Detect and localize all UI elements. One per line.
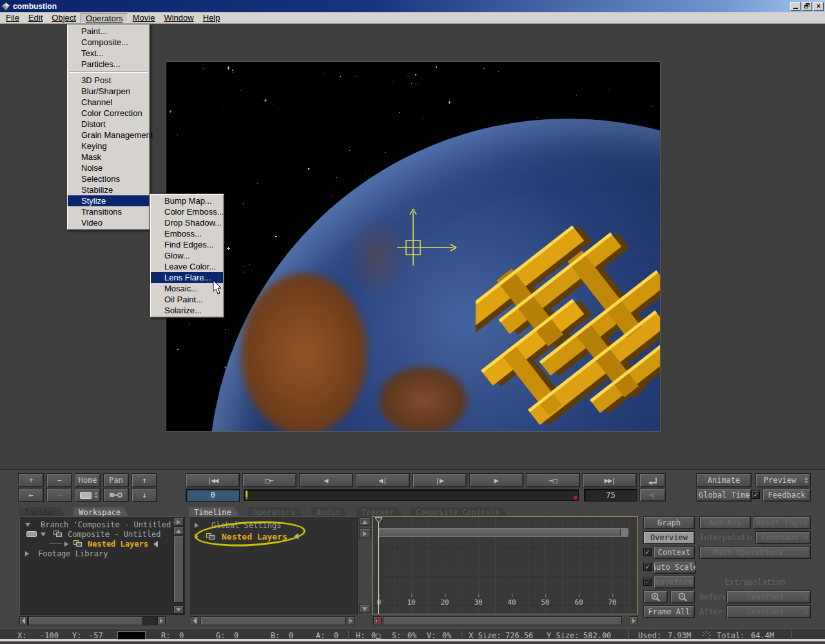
- menu-item-selections[interactable]: Selections: [68, 173, 149, 184]
- overview-button[interactable]: Overview: [643, 531, 695, 544]
- panel-down-button[interactable]: ↓: [131, 488, 157, 502]
- menu-item-mask[interactable]: Mask: [68, 151, 149, 162]
- auto-scale-checkbox[interactable]: ✓: [643, 563, 652, 571]
- menu-window[interactable]: Window: [159, 13, 198, 23]
- menu-edit[interactable]: Edit: [24, 13, 47, 23]
- play-reverse-button[interactable]: ◀: [299, 473, 353, 487]
- timeline-row-nested-layers[interactable]: Nested Layers: [189, 531, 357, 542]
- graph-zoom-out-button[interactable]: [670, 590, 695, 603]
- hscroll-thumb[interactable]: [28, 616, 143, 625]
- end-frame-field[interactable]: 75: [584, 489, 637, 502]
- menu-item-blur-sharpen[interactable]: Blur/Sharpen: [68, 86, 149, 97]
- add-key-button[interactable]: Add Key: [699, 516, 751, 529]
- math-operations-button[interactable]: Math Operations...: [699, 546, 811, 559]
- submenu-item-oil-paint[interactable]: Oil Paint...: [151, 294, 223, 305]
- interpolation-dropdown[interactable]: Constant: [755, 531, 811, 544]
- menu-item-noise[interactable]: Noise: [68, 162, 149, 173]
- hscroll-right-button[interactable]: [157, 616, 166, 625]
- close-button[interactable]: ×: [813, 2, 824, 11]
- reset-tngts-button[interactable]: Reset Tngts: [753, 516, 811, 529]
- track-hscroll-right[interactable]: [630, 616, 638, 625]
- auto-scale-button[interactable]: Auto Scale: [654, 561, 696, 574]
- play-from-in-button[interactable]: □←: [242, 473, 296, 487]
- tree-row-branch[interactable]: Branch 'Composite - Untitled': [20, 520, 184, 529]
- submenu-item-solarize[interactable]: Solarize...: [151, 305, 223, 316]
- menu-item-stabilize[interactable]: Stabilize: [68, 184, 149, 195]
- play-to-out-button[interactable]: →□: [526, 473, 580, 487]
- timeline-scroll-down[interactable]: [359, 605, 371, 613]
- collapsed-arrow-icon[interactable]: [195, 534, 199, 539]
- layer-bar-end-cap[interactable]: [620, 529, 628, 536]
- step-forward-button[interactable]: |▶: [412, 473, 467, 487]
- menu-file[interactable]: File: [1, 13, 24, 23]
- scroll-down-button[interactable]: [173, 605, 184, 614]
- timeline-expand-row[interactable]: [359, 529, 371, 538]
- play-button[interactable]: ▶: [469, 473, 523, 487]
- graph-button[interactable]: Graph: [643, 516, 695, 529]
- after-dropdown[interactable]: Constant: [726, 605, 811, 618]
- submenu-item-glow[interactable]: Glow...: [151, 250, 223, 261]
- minimize-button[interactable]: [790, 2, 801, 11]
- context-checkbox[interactable]: ✓: [643, 548, 652, 556]
- submenu-item-bump-map[interactable]: Bump Map...: [151, 195, 223, 206]
- timeline-scroll-up[interactable]: [359, 518, 371, 526]
- zoom-in-button[interactable]: +: [18, 473, 44, 487]
- menu-item-paint[interactable]: Paint...: [68, 26, 149, 37]
- go-to-start-button[interactable]: |◀◀: [186, 473, 240, 487]
- menu-item-keying[interactable]: Keying: [68, 141, 149, 151]
- expanded-arrow-icon[interactable]: [41, 532, 46, 536]
- tree-row-nested-layers[interactable]: Nested Layers: [20, 539, 184, 549]
- graph-zoom-in-button[interactable]: [643, 590, 668, 603]
- timeline-row-global-settings[interactable]: Global Settings: [189, 520, 357, 530]
- step-back-button[interactable]: ◀|: [356, 473, 410, 487]
- schematic-button[interactable]: [103, 488, 129, 502]
- menu-help[interactable]: Help: [199, 13, 225, 23]
- scroll-expand-button[interactable]: [173, 518, 184, 526]
- collapsed-arrow-icon[interactable]: [195, 523, 199, 528]
- submenu-item-find-edges[interactable]: Find Edges...: [151, 239, 223, 250]
- hscroll-left-button[interactable]: [19, 616, 28, 625]
- collapsed-arrow-icon[interactable]: [25, 551, 29, 556]
- context-button[interactable]: Context: [654, 546, 695, 559]
- menu-item-particles[interactable]: Particles...: [68, 59, 149, 70]
- menu-item-channel[interactable]: Channel: [68, 97, 149, 108]
- expanded-arrow-icon[interactable]: [25, 523, 30, 527]
- track-hscroll-thumb[interactable]: [383, 616, 622, 625]
- display-mode-combo[interactable]: [75, 488, 101, 502]
- transform-gizmo[interactable]: [385, 204, 463, 275]
- loop-button[interactable]: [639, 473, 666, 487]
- menu-item-grain-management[interactable]: Grain Management: [68, 130, 149, 141]
- timeline-track-area[interactable]: 0 10 20 30 40 50 60 70: [372, 516, 638, 614]
- layer-duration-bar[interactable]: [378, 528, 628, 537]
- scroll-up-button[interactable]: [173, 527, 184, 535]
- submenu-item-color-emboss[interactable]: Color Emboss...: [151, 206, 223, 217]
- submenu-item-drop-shadow[interactable]: Drop Shadow...: [151, 217, 223, 228]
- forward-button[interactable]: →: [46, 488, 72, 502]
- playhead-handle-icon[interactable]: [374, 517, 383, 523]
- tl-tree-hscroll-left[interactable]: [191, 616, 199, 625]
- home-button[interactable]: Home: [75, 473, 101, 487]
- menu-object[interactable]: Object: [47, 13, 81, 23]
- back-button[interactable]: ←: [18, 488, 44, 502]
- tl-tree-hscroll-right[interactable]: [347, 616, 355, 625]
- panel-up-button[interactable]: ↑: [131, 473, 157, 487]
- menu-item-transitions[interactable]: Transitions: [68, 206, 149, 217]
- viewport[interactable]: [166, 61, 661, 432]
- menu-movie[interactable]: Movie: [128, 13, 160, 23]
- global-time-dropdown[interactable]: Global Time: [696, 489, 752, 502]
- menu-item-text[interactable]: Text...: [68, 48, 149, 59]
- waveform-checkbox[interactable]: ✓: [643, 578, 652, 586]
- playhead[interactable]: [378, 517, 379, 614]
- submenu-item-leave-color[interactable]: Leave Color...: [151, 261, 223, 272]
- collapsed-arrow-icon[interactable]: [64, 542, 68, 547]
- go-to-end-button[interactable]: ▶▶|: [583, 473, 637, 487]
- titlebar[interactable]: combustion ×: [0, 0, 825, 12]
- preview-dropdown[interactable]: Preview: [755, 473, 811, 487]
- tree-row-composite[interactable]: Composite - Untitled: [20, 529, 184, 539]
- pan-button[interactable]: Pan: [103, 473, 129, 487]
- feedback-button[interactable]: Feedback: [762, 489, 811, 502]
- submenu-item-emboss[interactable]: Emboss...: [151, 228, 223, 239]
- before-dropdown[interactable]: Constant: [726, 590, 811, 603]
- feedback-checkbox[interactable]: ✓: [752, 491, 760, 499]
- menu-item-3d-post[interactable]: 3D Post: [68, 75, 149, 86]
